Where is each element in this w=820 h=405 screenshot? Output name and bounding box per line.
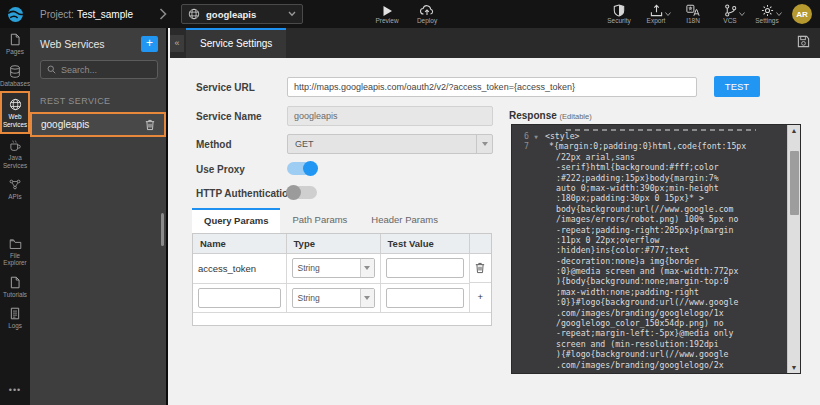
query-params-panel: Name Type Test Value access_token String — [192, 233, 492, 326]
method-select[interactable]: GET — [287, 134, 493, 154]
response-code-editor[interactable]: 6▼<style> 7*{margin:0;padding:0}html,cod… — [511, 124, 801, 374]
sidebar-item-web-services[interactable]: Web Services — [0, 91, 30, 134]
add-service-button[interactable]: + — [141, 36, 158, 52]
chevron-right-icon — [159, 8, 167, 20]
param-name-cell: access_token — [193, 254, 286, 284]
editor-tab-bar: « Service Settings — [170, 28, 820, 58]
security-button[interactable]: Security — [607, 4, 631, 24]
collapse-panel-button[interactable]: « — [170, 35, 184, 52]
table-row: access_token String — [193, 254, 491, 284]
service-search-box[interactable] — [40, 60, 158, 79]
search-icon — [47, 65, 56, 74]
scrollbar-thumb[interactable] — [790, 151, 799, 215]
use-proxy-toggle[interactable] — [287, 162, 317, 175]
security-label: Security — [607, 17, 630, 24]
column-header-type: Type — [286, 234, 380, 254]
http-auth-label: HTTP Authentication — [196, 188, 294, 199]
vcs-button[interactable]: VCS — [718, 4, 742, 24]
i18n-button[interactable]: I18N — [681, 4, 705, 24]
export-button[interactable]: Export — [644, 4, 668, 24]
fold-arrow-icon[interactable]: ▼ — [532, 131, 540, 141]
save-icon[interactable] — [797, 35, 810, 48]
deploy-button[interactable]: Deploy — [415, 4, 439, 24]
main-area: « Service Settings Service URL TEST Serv… — [170, 28, 820, 405]
service-list-item-googleapis[interactable]: googleapis — [30, 112, 166, 137]
translate-icon — [686, 4, 700, 17]
scroll-up-icon[interactable]: ▲ — [788, 125, 800, 136]
new-param-name-input[interactable] — [198, 288, 281, 308]
wavemaker-logo-icon[interactable] — [0, 0, 30, 28]
service-name-label: googleapis — [41, 119, 145, 130]
database-icon — [9, 65, 21, 78]
column-header-name: Name — [193, 234, 286, 254]
settings-button[interactable]: Settings — [755, 4, 779, 24]
chevron-down-icon — [776, 12, 782, 17]
sidebar-item-logs[interactable]: Logs — [0, 302, 30, 334]
chevron-down-icon — [360, 289, 374, 307]
log-file-icon — [9, 307, 21, 320]
method-label: Method — [196, 139, 232, 150]
settings-label: Settings — [755, 17, 779, 24]
tab-query-params[interactable]: Query Params — [192, 208, 280, 233]
param-test-value-input[interactable] — [386, 258, 464, 278]
http-auth-toggle[interactable] — [287, 186, 317, 199]
service-url-input[interactable] — [287, 77, 697, 97]
column-header-actions — [469, 234, 491, 254]
project-breadcrumb: Project:Test_sample — [40, 9, 133, 20]
delete-param-button[interactable] — [470, 254, 492, 283]
export-label: Export — [647, 17, 666, 24]
project-label: Project: — [40, 9, 74, 20]
more-options-button[interactable]: ••• — [0, 385, 30, 395]
panel-title: Web Services — [40, 38, 141, 50]
sidebar-item-pages[interactable]: Pages — [0, 28, 30, 60]
api-nodes-icon — [9, 178, 21, 191]
gear-icon — [761, 4, 774, 17]
sidebar-item-file-explorer[interactable]: File Explorer — [0, 233, 30, 271]
globe-icon — [9, 98, 22, 111]
preview-button[interactable]: Preview — [375, 4, 399, 24]
chevron-down-icon — [476, 135, 492, 153]
run-actions: Preview Deploy — [375, 4, 439, 24]
sidebar-item-apis[interactable]: APIs — [0, 173, 30, 205]
param-type-select[interactable]: String — [292, 258, 375, 278]
sidebar-item-databases[interactable]: Databases — [0, 60, 30, 92]
scroll-down-icon[interactable]: ▼ — [788, 362, 800, 373]
method-value: GET — [288, 139, 476, 149]
export-icon — [650, 4, 663, 17]
test-button[interactable]: TEST — [714, 76, 760, 97]
add-param-button[interactable]: + — [469, 283, 491, 312]
workspace-actions: Security Export I18N VCS Settings AR — [607, 4, 812, 24]
chevron-down-icon — [288, 11, 296, 17]
tutorial-doc-icon — [9, 276, 21, 289]
i18n-label: I18N — [686, 17, 700, 24]
coffee-cup-icon — [9, 139, 21, 152]
service-selector-dropdown[interactable]: googleapis — [181, 4, 303, 24]
table-row: String + — [193, 283, 491, 312]
project-name: Test_sample — [77, 9, 133, 20]
selected-service-label: googleapis — [206, 9, 288, 20]
chevron-down-icon — [739, 12, 745, 17]
new-param-type-select[interactable]: String — [292, 288, 375, 308]
service-name-field: googleapis — [287, 106, 493, 126]
search-input[interactable] — [61, 65, 153, 75]
editor-scrollbar[interactable]: ▲ ▼ — [787, 125, 800, 373]
panel-scrollbar[interactable] — [161, 213, 164, 246]
response-editable-note: (Editable) — [560, 112, 592, 121]
tab-header-params[interactable]: Header Params — [359, 208, 450, 233]
service-settings-content: Service URL TEST Service Name googleapis… — [170, 58, 820, 405]
tab-service-settings[interactable]: Service Settings — [186, 28, 286, 58]
service-url-label: Service URL — [196, 82, 255, 93]
user-avatar[interactable]: AR — [792, 4, 812, 24]
left-nav-rail: Pages Databases Web Services Java Servic… — [0, 28, 30, 405]
delete-service-icon[interactable] — [145, 119, 155, 131]
sidebar-item-tutorials[interactable]: Tutorials — [0, 271, 30, 303]
sidebar-item-java-services[interactable]: Java Services — [0, 134, 30, 173]
play-icon — [382, 4, 393, 17]
column-header-test-value: Test Value — [380, 234, 469, 254]
chevron-down-icon — [665, 12, 671, 17]
new-param-test-value-input[interactable] — [386, 288, 464, 308]
tab-path-params[interactable]: Path Params — [280, 208, 359, 233]
cloud-upload-icon — [420, 4, 434, 17]
deploy-label: Deploy — [417, 17, 437, 24]
code-area[interactable]: 6▼<style> 7*{margin:0;padding:0}html,cod… — [512, 125, 787, 373]
